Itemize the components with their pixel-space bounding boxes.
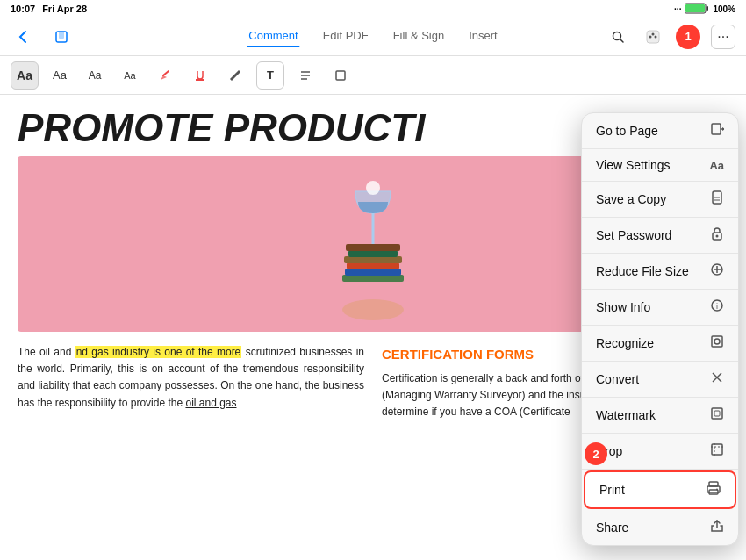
battery-pct: 100% xyxy=(713,4,735,14)
svg-marker-31 xyxy=(722,127,724,131)
content-area: PROMOTE PRODUCTI xyxy=(0,95,746,560)
nav-bar: Comment Edit PDF Fill & Sign Insert 1 ··… xyxy=(0,18,746,56)
menu-item-recognize[interactable]: Recognize xyxy=(582,326,738,362)
svg-rect-21 xyxy=(345,269,401,276)
status-left: 10:07 Fri Apr 28 xyxy=(11,4,87,14)
svg-rect-29 xyxy=(712,124,721,134)
status-dots: ··· xyxy=(674,4,681,14)
menu-item-setpassword[interactable]: Set Password xyxy=(582,218,738,254)
battery-indicator xyxy=(685,3,709,16)
font-btn-4[interactable]: Aa xyxy=(116,61,144,90)
menu-item-viewsettings[interactable]: View Settings Aa xyxy=(582,149,738,182)
menu-item-watermark-label: Watermark xyxy=(596,408,656,422)
lines-btn[interactable] xyxy=(291,61,319,90)
reduce-icon xyxy=(710,262,724,280)
svg-point-36 xyxy=(716,235,719,238)
underline-btn[interactable] xyxy=(186,61,214,90)
menu-item-viewsettings-label: View Settings xyxy=(596,158,671,172)
svg-rect-22 xyxy=(347,262,399,269)
watermark-icon xyxy=(710,406,724,424)
toolbar: Aa Aa Aa Aa T xyxy=(0,56,746,95)
svg-text:i: i xyxy=(716,302,718,311)
svg-rect-20 xyxy=(342,275,404,282)
more-button[interactable]: ··· xyxy=(711,25,735,49)
menu-item-savecopy-label: Save a Copy xyxy=(596,192,666,206)
menu-item-showinfo-label: Show Info xyxy=(596,300,650,314)
badge-1[interactable]: 1 xyxy=(676,25,700,49)
svg-point-10 xyxy=(652,32,655,35)
svg-point-9 xyxy=(655,35,657,38)
tab-fill-sign[interactable]: Fill & Sign xyxy=(391,25,447,47)
highlight-btn[interactable] xyxy=(151,61,179,90)
svg-point-28 xyxy=(366,181,380,195)
svg-line-11 xyxy=(163,71,169,75)
print-icon xyxy=(707,481,721,499)
status-time: 10:07 xyxy=(11,4,35,14)
svg-rect-23 xyxy=(344,256,402,263)
dropdown-menu: Go to Page View Settings Aa Save a Copy … xyxy=(581,112,739,546)
svg-point-54 xyxy=(716,489,718,491)
goto-icon xyxy=(710,122,724,140)
svg-line-6 xyxy=(620,39,624,42)
back-button[interactable] xyxy=(11,25,35,49)
share-icon xyxy=(710,519,724,536)
pen-btn[interactable] xyxy=(221,61,249,90)
menu-item-goto[interactable]: Go to Page xyxy=(582,113,738,149)
menu-item-share[interactable]: Share xyxy=(582,510,738,545)
text-btn[interactable]: T xyxy=(256,61,284,90)
svg-point-8 xyxy=(649,35,652,38)
menu-item-share-label: Share xyxy=(596,521,628,535)
menu-item-reduce[interactable]: Reduce File Size xyxy=(582,254,738,290)
svg-rect-4 xyxy=(59,32,64,39)
status-right: ··· 100% xyxy=(674,3,735,16)
font-btn-1[interactable]: Aa xyxy=(11,61,39,90)
svg-rect-46 xyxy=(712,408,722,419)
svg-rect-1 xyxy=(707,6,709,11)
nav-left xyxy=(11,25,74,49)
svg-rect-48 xyxy=(712,444,722,455)
svg-rect-2 xyxy=(685,4,705,12)
svg-point-43 xyxy=(714,339,720,344)
setpassword-icon xyxy=(710,226,724,244)
nav-tabs: Comment Edit PDF Fill & Sign Insert xyxy=(247,25,499,47)
menu-item-convert[interactable]: Convert xyxy=(582,362,738,398)
viewsettings-icon: Aa xyxy=(709,159,724,172)
menu-item-print-label: Print xyxy=(599,483,625,497)
savecopy-icon xyxy=(710,190,724,208)
pdf-col-left: The oil and nd gas industry is one of th… xyxy=(18,344,364,421)
shape-btn[interactable] xyxy=(326,61,355,90)
svg-rect-25 xyxy=(346,244,400,251)
menu-item-showinfo[interactable]: Show Info i xyxy=(582,290,738,326)
text-before-highlight: The oil and xyxy=(18,346,75,358)
nav-right: 1 ··· xyxy=(606,25,735,49)
tab-insert[interactable]: Insert xyxy=(467,25,499,47)
svg-rect-7 xyxy=(647,31,659,43)
menu-item-goto-label: Go to Page xyxy=(596,124,658,138)
svg-rect-17 xyxy=(336,71,345,80)
menu-item-savecopy[interactable]: Save a Copy xyxy=(582,182,738,218)
status-day: Fri Apr 28 xyxy=(42,4,87,14)
highlighted-text: nd gas industry is one of the more xyxy=(75,346,242,358)
font-btn-2[interactable]: Aa xyxy=(46,61,74,90)
menu-item-print[interactable]: Print xyxy=(584,470,736,509)
search-button[interactable] xyxy=(606,25,630,49)
svg-rect-42 xyxy=(712,336,722,347)
showinfo-icon: i xyxy=(710,298,724,316)
home-button[interactable] xyxy=(49,25,74,49)
status-bar: 10:07 Fri Apr 28 ··· 100% xyxy=(0,0,746,18)
svg-line-13 xyxy=(237,73,238,74)
font-btn-3[interactable]: Aa xyxy=(81,61,109,90)
menu-item-watermark[interactable]: Watermark xyxy=(582,398,738,434)
menu-item-setpassword-label: Set Password xyxy=(596,228,671,242)
menu-item-reduce-label: Reduce File Size xyxy=(596,264,689,278)
share-nav-button[interactable] xyxy=(641,25,665,49)
recognize-icon xyxy=(710,334,724,352)
more-icon: ··· xyxy=(717,29,728,45)
svg-point-19 xyxy=(342,299,404,320)
menu-item-convert-label: Convert xyxy=(596,372,639,386)
svg-rect-24 xyxy=(348,250,398,257)
tab-edit-pdf[interactable]: Edit PDF xyxy=(321,25,370,47)
tab-comment[interactable]: Comment xyxy=(247,25,299,47)
menu-item-recognize-label: Recognize xyxy=(596,336,654,350)
crop-icon xyxy=(710,442,724,460)
